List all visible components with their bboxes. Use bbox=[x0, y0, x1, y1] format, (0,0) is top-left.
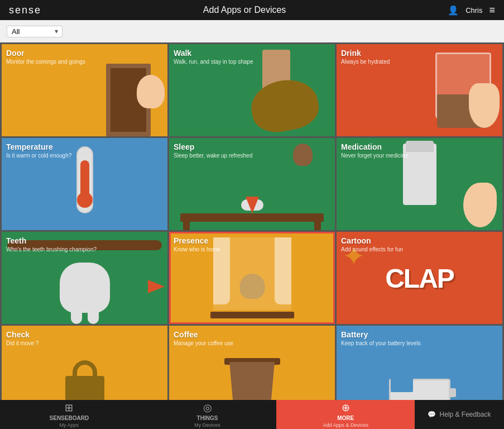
bottom-nav: ⊞ SENSEBOARD My Apps ◎ THINGS My Devices… bbox=[0, 400, 504, 429]
card-check-label: Check Did it move ? bbox=[6, 330, 39, 346]
card-sleep[interactable]: Sleep Sleep better, wake up refreshed bbox=[169, 138, 335, 230]
user-icon: 👤 bbox=[448, 5, 459, 16]
card-cartoon-label: Cartoon Add sound effects for fun bbox=[341, 236, 403, 252]
card-medication-label: Medication Never forget your medicine bbox=[341, 142, 408, 159]
card-teeth[interactable]: Teeth Who's the teeth brushing champion? bbox=[2, 232, 167, 324]
filter-select-wrapper[interactable]: All Apps Devices bbox=[7, 26, 63, 37]
card-coffee-label: Coffee Manage your coffee use bbox=[174, 330, 233, 346]
page-title: Add Apps or Devices bbox=[203, 5, 286, 15]
card-door[interactable]: Door Monitor the comings and goings bbox=[2, 44, 167, 136]
card-drink[interactable]: Drink Always be hydrated bbox=[337, 44, 502, 136]
card-sleep-label: Sleep Sleep better, wake up refreshed bbox=[174, 142, 252, 159]
card-door-label: Door Monitor the comings and goings bbox=[6, 49, 85, 65]
more-icon: ⊕ bbox=[342, 402, 350, 414]
card-presence[interactable]: Presence Know who is home bbox=[169, 232, 335, 324]
menu-icon[interactable]: ≡ bbox=[489, 4, 495, 16]
card-temperature[interactable]: Temperature Is it warm or cold enough? bbox=[2, 138, 167, 230]
filter-select[interactable]: All Apps Devices bbox=[7, 26, 63, 37]
card-teeth-label: Teeth Who's the teeth brushing champion? bbox=[6, 236, 97, 252]
header: sense Add Apps or Devices 👤 Chris ≡ bbox=[0, 0, 504, 20]
card-walk[interactable]: Walk Walk, run, and stay in top shape bbox=[169, 44, 335, 136]
username: Chris bbox=[465, 6, 482, 15]
filter-bar: All Apps Devices bbox=[0, 20, 504, 42]
card-presence-label: Presence Know who is home bbox=[174, 236, 220, 252]
card-cartoon[interactable]: Cartoon Add sound effects for fun ✦ CLAP bbox=[337, 232, 502, 324]
card-walk-label: Walk Walk, run, and stay in top shape bbox=[174, 49, 253, 65]
nav-things[interactable]: ◎ THINGS My Devices bbox=[138, 400, 277, 429]
card-check[interactable]: Check Did it move ? bbox=[2, 326, 167, 400]
nav-more[interactable]: ⊕ MORE Add Apps & Devices bbox=[276, 400, 415, 429]
nav-senseboard[interactable]: ⊞ SENSEBOARD My Apps bbox=[0, 400, 138, 429]
logo: sense bbox=[9, 4, 41, 16]
things-icon: ◎ bbox=[203, 402, 212, 414]
cards-grid: Door Monitor the comings and goings Walk… bbox=[0, 42, 504, 400]
help-icon: 💬 bbox=[428, 411, 436, 418]
senseboard-icon: ⊞ bbox=[65, 402, 73, 414]
card-medication[interactable]: Medication Never forget your medicine bbox=[337, 138, 502, 230]
card-coffee[interactable]: Coffee Manage your coffee use bbox=[169, 326, 335, 400]
card-temperature-label: Temperature Is it warm or cold enough? bbox=[6, 142, 71, 159]
card-battery-label: Battery Keep track of your battery level… bbox=[341, 330, 421, 346]
user-area: 👤 Chris ≡ bbox=[448, 4, 495, 16]
card-battery[interactable]: Battery Keep track of your battery level… bbox=[337, 326, 502, 400]
help-feedback-button[interactable]: 💬 Help & Feedback bbox=[415, 400, 504, 429]
card-drink-label: Drink Always be hydrated bbox=[341, 49, 390, 65]
